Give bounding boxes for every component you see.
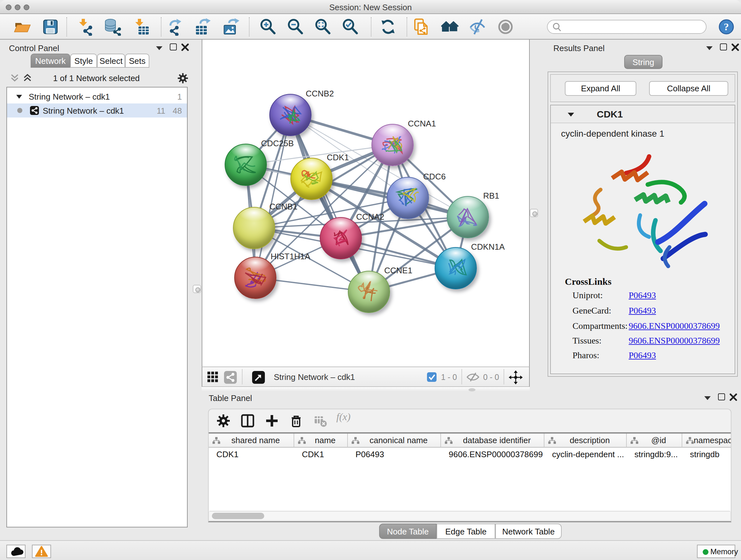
delete-table-icon[interactable] xyxy=(313,414,327,428)
network-tree: String Network – cdk1 1 String Network –… xyxy=(6,87,188,527)
panel-menu-icon[interactable] xyxy=(156,46,163,51)
table-settings-gear-icon[interactable] xyxy=(216,414,230,428)
show-graphics-button[interactable] xyxy=(496,18,515,36)
cloud-button[interactable] xyxy=(6,545,25,558)
network-node-CCNA1[interactable] xyxy=(372,124,414,166)
panel-close-icon[interactable] xyxy=(730,393,737,401)
selected-checkbox-icon[interactable] xyxy=(427,372,436,382)
panel-float-icon[interactable] xyxy=(718,393,725,400)
table-cell[interactable]: stringdb:9... xyxy=(627,448,682,460)
network-node-CDK1[interactable] xyxy=(290,158,333,200)
crosslink-link[interactable]: P06493 xyxy=(629,291,656,301)
zoom-in-button[interactable] xyxy=(259,18,277,36)
network-selection-bar: 1 of 1 Network selected xyxy=(0,70,193,85)
gear-icon[interactable] xyxy=(178,73,188,84)
crosslink-link[interactable]: 9606.ENSP00000378699 xyxy=(629,336,720,346)
crosslink-link[interactable]: P06493 xyxy=(629,351,656,361)
search-box[interactable] xyxy=(547,20,706,34)
table-cell[interactable]: stringdb xyxy=(682,448,731,460)
home-networks-button[interactable] xyxy=(441,18,459,36)
help-button[interactable]: ? xyxy=(718,18,735,36)
add-column-icon[interactable] xyxy=(265,414,279,428)
table-hscrollbar[interactable] xyxy=(209,511,730,520)
control-panel-title: Control Panel xyxy=(9,44,59,53)
table-cell[interactable]: CDK1 xyxy=(294,448,348,460)
grid-view-icon[interactable] xyxy=(207,372,219,383)
toolbar-separator xyxy=(161,17,161,37)
show-columns-icon[interactable] xyxy=(241,414,255,428)
network-node-CCNA2[interactable] xyxy=(320,217,362,259)
network-share-icon[interactable] xyxy=(224,371,237,384)
panel-menu-icon[interactable] xyxy=(704,396,711,400)
table-tab-network-table[interactable]: Network Table xyxy=(495,523,562,539)
import-table-button[interactable] xyxy=(133,18,151,36)
panel-float-icon[interactable] xyxy=(720,44,727,51)
control-tab-style[interactable]: Style xyxy=(70,54,97,68)
network-node-CDC6[interactable] xyxy=(387,177,429,219)
column-header-canonical-name[interactable]: canonical name xyxy=(348,434,441,448)
export-network-button[interactable] xyxy=(167,18,185,36)
zoom-fit-button[interactable] xyxy=(314,18,332,36)
control-tab-sets[interactable]: Sets xyxy=(125,54,149,68)
refresh-layout-button[interactable] xyxy=(379,18,397,36)
search-input[interactable] xyxy=(564,21,701,33)
network-row-selected[interactable]: String Network – cdk1 11 48 xyxy=(7,104,187,118)
column-header-description[interactable]: description xyxy=(544,434,627,448)
save-session-button[interactable] xyxy=(42,18,59,36)
network-node-CCNB2[interactable] xyxy=(269,94,312,136)
network-node-HIST1H1A[interactable] xyxy=(234,257,276,299)
control-tab-network[interactable]: Network xyxy=(30,54,70,68)
clone-network-button[interactable] xyxy=(412,18,430,36)
toolbar-separator xyxy=(249,17,250,37)
panel-menu-icon[interactable] xyxy=(706,46,713,51)
export-table-button[interactable] xyxy=(194,18,212,36)
function-builder-button[interactable]: f(x) xyxy=(336,411,358,425)
network-canvas[interactable]: CCNB2CCNA1CDC25BCDK1CDC6RB1CCNB1CCNA2CDK… xyxy=(202,40,530,367)
fit-content-icon[interactable] xyxy=(509,370,523,384)
network-node-CCNE1[interactable] xyxy=(348,271,390,313)
right-splitter-handle[interactable] xyxy=(530,209,538,217)
column-header-shared-name[interactable]: shared name xyxy=(209,434,294,448)
table-cell[interactable]: cyclin-dependent ... xyxy=(544,448,627,460)
delete-column-icon[interactable] xyxy=(289,414,303,428)
node-label-CDK1: CDK1 xyxy=(327,152,349,162)
tree-expand-icon[interactable] xyxy=(16,95,22,99)
left-splitter-handle[interactable] xyxy=(193,285,201,293)
table-cell[interactable]: CDK1 xyxy=(209,448,294,460)
export-image-button[interactable] xyxy=(222,18,240,36)
table-tab-edge-table[interactable]: Edge Table xyxy=(436,523,495,539)
import-database-button[interactable] xyxy=(104,18,122,36)
column-header-name[interactable]: name xyxy=(294,434,348,448)
collapse-all-button[interactable]: Collapse All xyxy=(649,81,728,96)
hidden-eye-icon[interactable] xyxy=(467,372,479,382)
network-node-CDC25B[interactable] xyxy=(225,144,267,186)
panel-float-icon[interactable] xyxy=(170,44,177,51)
warning-button[interactable] xyxy=(32,545,51,558)
crosslink-link[interactable]: 9606.ENSP00000378699 xyxy=(629,321,720,331)
network-node-CDKN1A[interactable] xyxy=(434,247,477,289)
crosslink-link[interactable]: P06493 xyxy=(629,306,656,316)
table-tab-node-table[interactable]: Node Table xyxy=(379,523,436,539)
column-header-database-identifier[interactable]: database identifier xyxy=(441,434,544,448)
expand-all-button[interactable]: Expand All xyxy=(565,81,636,96)
table-cell[interactable]: P06493 xyxy=(348,448,441,460)
network-collection-row[interactable]: String Network – cdk1 1 xyxy=(7,90,187,104)
table-cell[interactable]: 9606.ENSP00000378699 xyxy=(441,448,544,460)
column-header--id[interactable]: @id xyxy=(627,434,682,448)
panel-close-icon[interactable] xyxy=(731,44,739,51)
panel-close-icon[interactable] xyxy=(181,44,189,51)
zoom-out-button[interactable] xyxy=(286,18,305,36)
memory-button[interactable]: Memory xyxy=(697,545,735,558)
import-network-button[interactable] xyxy=(77,18,95,36)
results-tab-string[interactable]: String xyxy=(624,55,663,69)
zoom-selected-button[interactable] xyxy=(341,18,359,36)
network-node-CCNB1[interactable] xyxy=(233,207,275,249)
results-panel-header: Results Panel xyxy=(544,41,741,55)
control-tab-select[interactable]: Select xyxy=(97,54,125,68)
hide-graphics-button[interactable] xyxy=(468,18,486,36)
scrollbar-thumb[interactable] xyxy=(212,513,264,519)
open-session-button[interactable] xyxy=(13,18,31,36)
birdseye-view-icon[interactable] xyxy=(252,371,265,384)
network-node-RB1[interactable] xyxy=(447,196,489,238)
column-header-namespace[interactable]: namespace xyxy=(682,434,731,448)
